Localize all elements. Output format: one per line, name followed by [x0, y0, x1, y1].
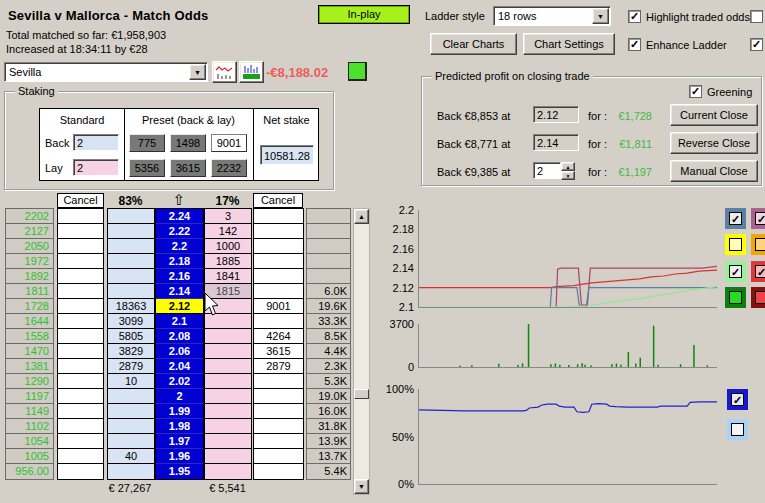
cancel-lay-orders-button[interactable]: Cancel [253, 193, 303, 208]
lay-order-cell[interactable] [254, 404, 303, 419]
lay-order-cell[interactable] [254, 389, 303, 404]
back-amount-cell[interactable] [108, 224, 154, 239]
preset-stake-button-9001[interactable]: 9001 [211, 134, 247, 152]
price-cell[interactable]: 1.97 [156, 434, 203, 449]
price-chart-legend-toggle[interactable]: ✓ [725, 208, 746, 229]
legend-checkbox[interactable] [755, 238, 765, 251]
price-cell[interactable]: 2.02 [156, 374, 203, 389]
preset-stake-button-1498[interactable]: 1498 [170, 134, 206, 152]
back-order-cell[interactable] [58, 269, 103, 284]
runner-select[interactable]: Sevilla ▼ [4, 62, 208, 82]
legend-checkbox[interactable]: ✓ [755, 212, 765, 225]
close-odds-input[interactable]: 2.14 [533, 134, 579, 151]
lay-order-cell[interactable] [254, 254, 303, 269]
enhance-ladder-option[interactable]: ✓ Enhance Ladder [628, 38, 727, 51]
legend-checkbox[interactable]: ✓ [755, 265, 765, 278]
price-cell[interactable]: 2 [156, 389, 203, 404]
price-cell[interactable]: 2.2 [156, 239, 203, 254]
back-order-cell[interactable] [58, 404, 103, 419]
price-cell[interactable]: 2.1 [156, 314, 203, 329]
back-amount-cell[interactable] [108, 404, 154, 419]
lay-amount-cell[interactable] [205, 434, 251, 449]
lay-amount-cell[interactable] [205, 404, 251, 419]
preset-stake-button-775[interactable]: 775 [129, 134, 165, 152]
price-cell[interactable]: 1.95 [156, 464, 203, 479]
lay-amount-cell[interactable] [205, 359, 251, 374]
lay-order-cell[interactable] [254, 434, 303, 449]
edge-option-top-checkbox[interactable]: ✓ [750, 10, 763, 23]
lay-amount-cell[interactable]: 1000 [205, 239, 251, 254]
lay-amount-cell[interactable]: 1885 [205, 254, 251, 269]
price-chart-legend-toggle[interactable] [725, 234, 746, 255]
lay-order-cell[interactable] [254, 209, 303, 224]
lay-amount-cell[interactable]: 3 [205, 209, 251, 224]
close-odds-input[interactable]: 2 [533, 162, 561, 179]
preset-stake-button-5356[interactable]: 5356 [129, 159, 165, 177]
cancel-back-orders-button[interactable]: Cancel [57, 193, 104, 208]
back-amount-cell[interactable] [108, 209, 154, 224]
greening-checkbox[interactable]: ✓ [689, 85, 702, 98]
legend-checkbox[interactable]: ✓ [729, 212, 742, 225]
lay-amount-cell[interactable] [205, 374, 251, 389]
back-amount-cell[interactable]: 10 [108, 374, 154, 389]
price-chart-legend-toggle[interactable] [725, 287, 746, 308]
runner-select-dropdown-arrow-icon[interactable]: ▼ [189, 64, 206, 80]
ladder-style-select[interactable]: 18 rows ▼ [493, 6, 611, 26]
highlight-traded-odds-option[interactable]: ✓ Highlight traded odds [628, 10, 750, 23]
price-chart-legend-toggle[interactable] [751, 234, 765, 255]
price-cell[interactable]: 1.96 [156, 449, 203, 464]
price-cell[interactable]: 2.22 [156, 224, 203, 239]
spinner-up-icon[interactable]: ▲ [561, 162, 575, 171]
lay-amount-cell[interactable] [205, 329, 251, 344]
scroll-down-icon[interactable]: ▼ [354, 479, 369, 494]
lay-amount-cell[interactable]: 142 [205, 224, 251, 239]
odds-spinner[interactable]: ▲▼ [561, 162, 575, 180]
lay-order-cell[interactable] [254, 314, 303, 329]
back-amount-cell[interactable] [108, 269, 154, 284]
lay-order-cell[interactable]: 4264 [254, 329, 303, 344]
back-order-cell[interactable] [58, 299, 103, 314]
ladder-style-dropdown-arrow-icon[interactable]: ▼ [592, 8, 609, 24]
lay-amount-cell[interactable] [205, 449, 251, 464]
edge-option-bottom-checkbox[interactable]: ✓ [750, 38, 763, 51]
price-cell[interactable]: 2.24 [156, 209, 203, 224]
manual-close-button[interactable]: Manual Close [670, 160, 758, 182]
back-order-cell[interactable] [58, 464, 103, 479]
back-amount-cell[interactable]: 40 [108, 449, 154, 464]
lay-order-cell[interactable] [254, 419, 303, 434]
legend-checkbox[interactable]: ✓ [729, 265, 742, 278]
back-amount-cell[interactable] [108, 419, 154, 434]
price-cell[interactable]: 2.18 [156, 254, 203, 269]
lay-order-cell[interactable] [254, 224, 303, 239]
back-amount-cell[interactable] [108, 284, 154, 299]
back-amount-cell[interactable]: 18363 [108, 299, 154, 314]
back-order-cell[interactable] [58, 374, 103, 389]
back-order-cell[interactable] [58, 284, 103, 299]
back-order-cell[interactable] [58, 449, 103, 464]
greening-option[interactable]: ✓ Greening [689, 85, 752, 98]
back-order-cell[interactable] [58, 419, 103, 434]
lay-order-cell[interactable] [254, 464, 303, 479]
price-chart-legend-toggle[interactable] [751, 287, 765, 308]
back-amount-cell[interactable] [108, 464, 154, 479]
price-cell[interactable]: 1.99 [156, 404, 203, 419]
back-order-cell[interactable] [58, 224, 103, 239]
price-cell[interactable]: 2.12 [156, 299, 203, 314]
back-order-cell[interactable] [58, 389, 103, 404]
close-odds-input[interactable]: 2.12 [533, 106, 579, 123]
back-amount-cell[interactable]: 5805 [108, 329, 154, 344]
back-stake-input[interactable]: 2 [73, 134, 119, 151]
lay-order-cell[interactable] [254, 374, 303, 389]
lay-order-cell[interactable]: 3615 [254, 344, 303, 359]
back-order-cell[interactable] [58, 314, 103, 329]
price-cell[interactable]: 2.16 [156, 269, 203, 284]
reverse-close-button[interactable]: Reverse Close [670, 132, 758, 154]
back-order-cell[interactable] [58, 434, 103, 449]
line-chart-button[interactable] [212, 61, 237, 83]
lay-amount-cell[interactable] [205, 464, 251, 479]
back-amount-cell[interactable]: 2879 [108, 359, 154, 374]
lay-amount-cell[interactable] [205, 389, 251, 404]
current-close-button[interactable]: Current Close [670, 104, 758, 126]
price-cell[interactable]: 2.08 [156, 329, 203, 344]
lay-stake-input[interactable]: 2 [73, 159, 119, 176]
